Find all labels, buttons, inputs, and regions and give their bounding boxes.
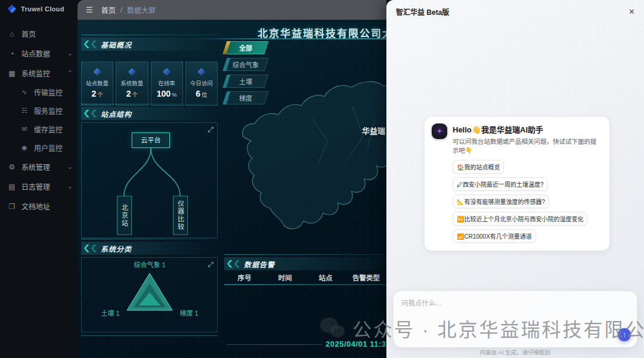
map-marker-label[interactable]: 华益瑞 xyxy=(362,125,385,136)
sparkle-icon: ✦ xyxy=(436,127,442,135)
stat-value: 2 xyxy=(91,89,96,98)
breadcrumb-separator: / xyxy=(120,6,122,14)
gem-icon xyxy=(128,68,136,76)
chevron-down-icon: ⌄ xyxy=(67,183,73,190)
map-filter-buttons: 全部 综合气象 土壤 梯度 xyxy=(225,41,267,108)
sidebar-item-system-manage[interactable]: ⚙ 系统管理 ⌄ xyxy=(0,157,78,177)
radar-label-soil: 土壤 1 xyxy=(101,309,119,317)
home-icon: ⌂ xyxy=(8,30,16,38)
breadcrumb-current[interactable]: 数据大屏 xyxy=(127,5,156,15)
sidebar-item-transmission-monitor[interactable]: ∿ 传输监控 xyxy=(0,83,78,101)
chip-turbidity-sensor[interactable]: 📐有没有能够测量浊度的传感器? xyxy=(453,195,549,208)
section-arrow-icon xyxy=(227,260,233,268)
alerts-col-index: 序号 xyxy=(224,273,265,282)
section-header-alerts: 数据告警 xyxy=(224,257,386,270)
chat-input[interactable] xyxy=(394,292,636,347)
alerts-col-station: 站点 xyxy=(305,273,346,282)
structure-node-instrument[interactable]: 仪器比较 xyxy=(173,196,188,235)
section-arrow-icon xyxy=(91,245,97,252)
sidebar-item-user-monitor[interactable]: ◉ 用户监控 xyxy=(0,138,78,157)
alerts-col-type: 告警类型 xyxy=(346,273,386,282)
sidebar-item-system-monitor[interactable]: ▦ 系统监控 ⌃ xyxy=(0,63,78,83)
gem-icon xyxy=(163,68,171,76)
stat-label: 今日访问 xyxy=(190,79,213,87)
stat-card-visits: 今日访问 6位 xyxy=(185,61,218,106)
stat-card-online-rate: 在线率 100% xyxy=(151,61,183,106)
sidebar-menu: ⌂ 首页 ◔ 站点数据 ⌄ ▦ 系统监控 ⌃ ∿ 传输监控 ☵ 服务监控 ✉ 缓… xyxy=(0,24,78,216)
sidebar-item-label: 首页 xyxy=(21,29,36,39)
filter-soil[interactable]: 土壤 xyxy=(222,75,268,88)
sidebar-item-log-manage[interactable]: ▤ 日志管理 ⌄ xyxy=(0,177,78,196)
alerts-col-time: 时间 xyxy=(265,273,305,282)
section-header-structure: 站点结构 xyxy=(81,107,218,120)
site-data-icon: ◔ xyxy=(8,50,16,58)
arrow-up-icon: ↑ xyxy=(623,331,626,339)
alerts-header-underline xyxy=(224,284,386,285)
section-title: 站点结构 xyxy=(101,109,132,119)
ai-panel-title: 智汇华益 Beta版 xyxy=(396,7,449,17)
chip-cr1000x-channels[interactable]: 📶CR1000X有几个测量通道 xyxy=(453,229,536,243)
bigscreen-dashboard: 北京华益瑞科技有限公司大数据 基础概况 站点数量 2个 系统数量 2个 在线率 … xyxy=(78,20,386,358)
sidebar-item-label: 文档地址 xyxy=(21,201,50,211)
chip-soil-temperature[interactable]: 🖊西安小院最近一周的土壤温度? xyxy=(453,177,548,191)
section-arrow-icon xyxy=(84,110,89,118)
filter-all[interactable]: 全部 xyxy=(222,41,268,54)
topbar: ☰ 首页 / 数据大屏 xyxy=(78,0,386,20)
sidebar-item-label: 传输监控 xyxy=(34,87,63,97)
filter-label: 综合气象 xyxy=(225,58,266,70)
filter-gradient[interactable]: 梯度 xyxy=(222,91,268,104)
chip-humidity-compare[interactable]: 🆚比较近上个月北京小院与西安小院的湿度变化 xyxy=(453,212,587,226)
app-name: Truwel Cloud xyxy=(21,5,64,13)
section-arrow-icon xyxy=(91,110,97,118)
stat-unit: 个 xyxy=(132,91,138,98)
external-link-icon: ❐ xyxy=(8,202,16,211)
stat-card-systems: 系统数量 2个 xyxy=(116,61,148,106)
structure-node-root[interactable]: 云平台 xyxy=(132,132,170,148)
sidebar-item-site-data[interactable]: ◔ 站点数据 ⌄ xyxy=(0,44,78,63)
send-button[interactable]: ↑ xyxy=(618,328,631,341)
app-logo: Truwel Cloud xyxy=(0,0,78,18)
menu-collapse-icon[interactable]: ☰ xyxy=(86,5,93,14)
expand-icon[interactable]: ⤢ xyxy=(208,260,213,268)
ai-greeting-subtitle: 可以问我台站数据或产品相关问题，快试试下面的提示吧👇 xyxy=(453,137,602,155)
sidebar-item-label: 系统管理 xyxy=(21,162,50,172)
gear-icon: ⚙ xyxy=(8,163,16,171)
chevron-down-icon: ⌄ xyxy=(67,50,73,57)
ai-avatar: ✦ xyxy=(432,124,447,139)
breadcrumb-home[interactable]: 首页 xyxy=(101,5,116,15)
ai-greeting-body: Hello👋我是华益瑞AI助手 可以问我台站数据或产品相关问题，快试试下面的提示… xyxy=(453,124,602,243)
logo-diamond-icon xyxy=(8,5,16,13)
classification-radar-chart: 综合气象 1 土壤 1 梯度 1 xyxy=(82,258,217,332)
chip-site-overview[interactable]: 🏠我的站点概览 xyxy=(453,160,504,174)
log-icon: ▤ xyxy=(8,183,16,191)
structure-node-beijing[interactable]: 北京站 xyxy=(117,196,132,235)
sidebar-item-service-monitor[interactable]: ☵ 服务监控 xyxy=(0,101,78,120)
sidebar-item-cache-monitor[interactable]: ✉ 缓存监控 xyxy=(0,120,78,138)
chevron-down-icon: ⌄ xyxy=(67,163,73,171)
alerts-table-header: 序号 时间 站点 告警类型 xyxy=(224,273,386,282)
filter-label: 全部 xyxy=(225,42,266,54)
radar-label-gradient: 梯度 1 xyxy=(179,309,198,317)
filter-label: 土壤 xyxy=(225,75,266,87)
system-monitor-icon: ▦ xyxy=(8,69,16,78)
sidebar-item-doc-link[interactable]: ❐ 文档地址 xyxy=(0,196,78,216)
station-structure-panel: ⤢ 云平台 北京站 仪器比较 xyxy=(81,122,218,238)
bottom-decoration-left xyxy=(81,335,218,336)
stat-label: 在线率 xyxy=(158,79,175,87)
dashboard-title: 北京华益瑞科技有限公司大数据 xyxy=(258,25,386,40)
stat-value: 6 xyxy=(196,89,200,98)
section-header-overview: 基础概况 xyxy=(81,38,218,51)
gem-icon xyxy=(197,68,205,76)
sidebar-item-home[interactable]: ⌂ 首页 xyxy=(0,24,78,44)
sidebar-item-label: 站点数据 xyxy=(21,48,50,58)
chevron-up-icon: ⌃ xyxy=(67,69,73,77)
close-icon[interactable]: × xyxy=(629,7,634,17)
breadcrumb: 首页 / 数据大屏 xyxy=(101,5,156,15)
sidebar-submenu: ∿ 传输监控 ☵ 服务监控 ✉ 缓存监控 ◉ 用户监控 xyxy=(0,83,78,157)
section-title: 系统分类 xyxy=(101,243,132,254)
ai-panel-header: 智汇华益 Beta版 × xyxy=(386,0,644,21)
filter-weather[interactable]: 综合气象 xyxy=(222,58,268,71)
gem-icon xyxy=(94,68,101,76)
dashboard-timestamp: 2025/04/01 11:31:18 xyxy=(326,340,386,348)
sidebar: Truwel Cloud ⌂ 首页 ◔ 站点数据 ⌄ ▦ 系统监控 ⌃ ∿ 传输… xyxy=(0,0,78,358)
